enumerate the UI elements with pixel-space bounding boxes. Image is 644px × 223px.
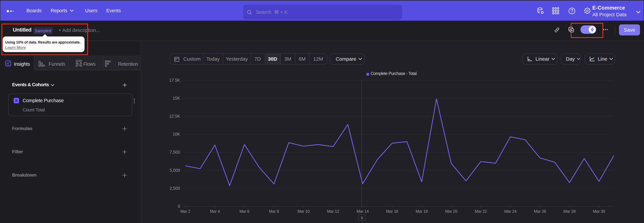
svg-text:Mar 12: Mar 12 bbox=[327, 209, 339, 213]
svg-text:15K: 15K bbox=[173, 96, 180, 100]
svg-text:0: 0 bbox=[178, 204, 180, 208]
svg-text:Mar 28: Mar 28 bbox=[563, 209, 576, 213]
svg-text:Mar 10: Mar 10 bbox=[298, 209, 310, 213]
svg-text:Mar 24: Mar 24 bbox=[504, 209, 516, 213]
svg-text:17.5K: 17.5K bbox=[169, 78, 180, 82]
svg-text:Mar 14: Mar 14 bbox=[356, 209, 368, 213]
svg-text:1: 1 bbox=[361, 216, 363, 220]
svg-text:Mar 26: Mar 26 bbox=[534, 209, 546, 213]
svg-text:12.5K: 12.5K bbox=[169, 114, 180, 119]
svg-text:Mar 6: Mar 6 bbox=[240, 209, 250, 213]
svg-text:10K: 10K bbox=[173, 132, 180, 137]
svg-text:Mar 30: Mar 30 bbox=[593, 209, 605, 213]
svg-text:Mar 4: Mar 4 bbox=[210, 209, 220, 213]
svg-text:5,000: 5,000 bbox=[170, 168, 180, 173]
svg-text:Mar 8: Mar 8 bbox=[269, 209, 279, 213]
svg-text:7,500: 7,500 bbox=[170, 150, 180, 154]
svg-text:Mar 2: Mar 2 bbox=[180, 209, 190, 213]
svg-text:Mar 22: Mar 22 bbox=[475, 209, 487, 213]
svg-text:Mar 16: Mar 16 bbox=[386, 209, 398, 213]
svg-text:Mar 18: Mar 18 bbox=[416, 209, 428, 213]
svg-text:Mar 20: Mar 20 bbox=[445, 209, 457, 213]
svg-text:2,500: 2,500 bbox=[170, 186, 180, 191]
